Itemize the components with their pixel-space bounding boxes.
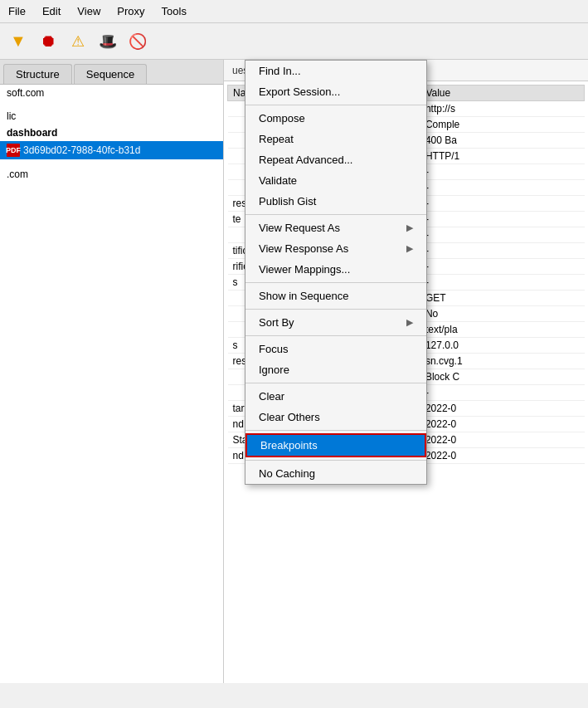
menu-item-label: Viewer Mappings... [259,263,350,276]
menu-item-clear[interactable]: Clear [245,386,426,407]
menu-separator [245,335,426,336]
menu-item-sort-by[interactable]: Sort By▶ [245,312,426,333]
main-area: Structure Sequence soft.com lic dashboar… [0,60,588,683]
menu-view[interactable]: View [74,3,104,19]
menu-item-label: Validate [259,174,297,187]
menu-item-label: Find In... [259,65,301,77]
menu-file[interactable]: File [5,3,29,19]
context-menu-overlay: Find In...Export Session...ComposeRepeat… [0,60,588,683]
menu-separator [245,383,426,383]
menu-item-label: No Caching [259,467,315,480]
menubar: File Edit View Proxy Tools [0,0,588,23]
menu-edit[interactable]: Edit [39,3,64,19]
menu-separator [245,430,426,431]
menu-separator [245,460,426,461]
menu-proxy[interactable]: Proxy [114,3,148,19]
funnel-icon[interactable]: ▼ [5,28,32,55]
menu-item-repeat[interactable]: Repeat [245,129,426,149]
menu-item-focus[interactable]: Focus [245,339,426,359]
menu-item-find-in---[interactable]: Find In... [245,61,426,81]
menu-item-label: Clear [259,390,284,403]
menu-item-label: Compose [259,112,305,125]
menu-item-viewer-mappings---[interactable]: Viewer Mappings... [245,259,426,280]
menu-item-no-caching[interactable]: No Caching [245,463,426,484]
context-menu: Find In...Export Session...ComposeRepeat… [245,60,427,485]
menu-item-breakpoints[interactable]: Breakpoints [245,433,426,457]
menu-item-label: Focus [259,343,288,355]
menu-item-clear-others[interactable]: Clear Others [245,407,426,427]
stop-icon[interactable]: 🚫 [124,28,151,55]
menu-separator [245,282,426,283]
menu-item-view-response-as[interactable]: View Response As▶ [245,238,426,259]
menu-item-repeat-advanced---[interactable]: Repeat Advanced... [245,149,426,170]
submenu-arrow-icon: ▶ [406,317,413,328]
menu-item-label: Ignore [259,364,289,376]
menu-item-label: View Response As [259,242,348,255]
hat-icon[interactable]: 🎩 [95,28,121,55]
menu-item-label: Breakpoints [260,439,318,452]
menu-item-label: Sort By [259,316,294,329]
menu-separator [245,105,426,105]
menu-item-compose[interactable]: Compose [245,108,426,129]
menu-item-ignore[interactable]: Ignore [245,359,426,380]
submenu-arrow-icon: ▶ [406,222,413,233]
menu-item-publish-gist[interactable]: Publish Gist [245,191,426,212]
menu-item-label: View Request As [259,222,340,234]
menu-item-view-request-as[interactable]: View Request As▶ [245,217,426,238]
menu-item-label: Repeat [259,133,294,145]
menu-item-label: Clear Others [259,411,320,423]
menu-separator [245,214,426,215]
toolbar: ▼ ⏺ ⚠ 🎩 🚫 [0,23,588,60]
record-icon[interactable]: ⏺ [35,28,61,55]
menu-item-label: Export Session... [259,85,340,98]
menu-item-label: Publish Gist [259,195,316,208]
menu-item-validate[interactable]: Validate [245,170,426,191]
warning-icon[interactable]: ⚠ [65,28,91,55]
menu-item-show-in-sequence[interactable]: Show in Sequence [245,286,426,306]
menu-item-export-session---[interactable]: Export Session... [245,81,426,102]
menu-item-label: Repeat Advanced... [259,154,352,166]
menu-tools[interactable]: Tools [158,3,190,19]
menu-separator [245,309,426,310]
menu-item-label: Show in Sequence [259,290,348,302]
submenu-arrow-icon: ▶ [406,243,413,254]
